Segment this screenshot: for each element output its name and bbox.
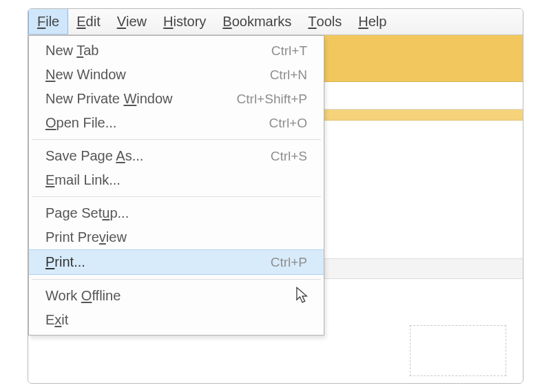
menu-bar-item-history[interactable]: History bbox=[155, 9, 214, 34]
menu-item-new-window[interactable]: New WindowCtrl+N bbox=[29, 63, 324, 87]
menu-item-label: New Window bbox=[45, 67, 126, 83]
menu-item-shortcut: Ctrl+P bbox=[271, 255, 307, 270]
menu-item-open-file[interactable]: Open File...Ctrl+O bbox=[29, 111, 324, 135]
menu-separator bbox=[32, 196, 321, 197]
menu-item-new-private-window[interactable]: New Private WindowCtrl+Shift+P bbox=[29, 87, 324, 111]
dashed-placeholder bbox=[410, 325, 506, 376]
menu-bar-item-view[interactable]: View bbox=[109, 9, 155, 34]
menu-bar-item-help[interactable]: Help bbox=[350, 9, 395, 34]
menu-item-shortcut: Ctrl+Shift+P bbox=[237, 92, 307, 107]
menu-item-label: Email Link... bbox=[45, 172, 121, 188]
file-menu-dropdown: New TabCtrl+TNew WindowCtrl+NNew Private… bbox=[28, 35, 324, 336]
menu-item-print[interactable]: Print...Ctrl+P bbox=[29, 249, 324, 275]
menu-item-label: Work Offline bbox=[45, 288, 121, 304]
menu-item-label: Print Preview bbox=[45, 229, 127, 245]
menu-item-print-preview[interactable]: Print Preview bbox=[29, 225, 324, 249]
menu-item-label: Page Setup... bbox=[45, 205, 129, 221]
menu-bar-item-file[interactable]: File bbox=[28, 9, 68, 34]
menu-item-shortcut: Ctrl+S bbox=[271, 149, 307, 164]
menu-item-label: Save Page As... bbox=[45, 148, 143, 164]
menu-bar: FileEditViewHistoryBookmarksToolsHelp bbox=[28, 9, 523, 35]
menu-item-exit[interactable]: Exit bbox=[29, 308, 324, 332]
menu-item-label: Print... bbox=[45, 254, 85, 270]
menu-item-label: Open File... bbox=[45, 115, 116, 131]
menu-bar-item-edit[interactable]: Edit bbox=[68, 9, 108, 34]
menu-item-shortcut: Ctrl+T bbox=[271, 43, 307, 59]
menu-item-email-link[interactable]: Email Link... bbox=[29, 168, 324, 192]
menu-item-shortcut: Ctrl+O bbox=[269, 116, 307, 131]
menu-item-new-tab[interactable]: New TabCtrl+T bbox=[29, 39, 324, 63]
menu-item-work-offline[interactable]: Work Offline bbox=[29, 284, 324, 308]
menu-item-label: New Tab bbox=[45, 43, 98, 59]
menu-bar-item-tools[interactable]: Tools bbox=[300, 9, 350, 34]
menu-item-page-setup[interactable]: Page Setup... bbox=[29, 201, 324, 225]
menu-item-save-page-as[interactable]: Save Page As...Ctrl+S bbox=[29, 144, 324, 168]
menu-item-label: New Private Window bbox=[45, 91, 173, 107]
menu-separator bbox=[32, 279, 321, 280]
menu-separator bbox=[32, 139, 321, 140]
menu-item-label: Exit bbox=[45, 312, 68, 328]
menu-item-shortcut: Ctrl+N bbox=[270, 68, 307, 83]
menu-bar-item-bookmarks[interactable]: Bookmarks bbox=[214, 9, 300, 34]
